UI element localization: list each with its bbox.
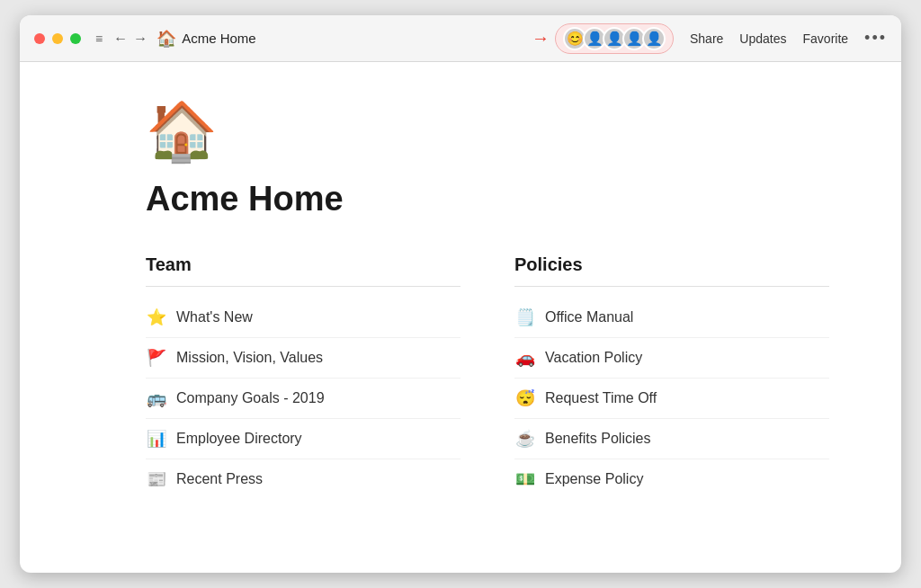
team-link-directory[interactable]: 📊 Employee Directory (146, 419, 460, 459)
benefits-icon: ☕ (514, 429, 536, 449)
office-manual-icon: 🗒️ (514, 307, 536, 327)
policy-link-benefits[interactable]: ☕ Benefits Policies (514, 419, 829, 459)
nav-arrows: ← → (113, 31, 148, 47)
press-label: Recent Press (176, 471, 263, 487)
team-section: Team ⭐ What's New 🚩 Mission, Vision, Val… (146, 254, 460, 499)
policy-link-expense[interactable]: 💵 Expense Policy (514, 459, 829, 499)
favorite-button[interactable]: Favorite (803, 31, 849, 46)
forward-arrow-icon[interactable]: → (133, 31, 148, 47)
benefits-label: Benefits Policies (545, 431, 650, 447)
goals-label: Company Goals - 2019 (176, 390, 325, 406)
app-window: ≡ ← → 🏠 Acme Home → 😊 👤 👤 👤 👤 Share Upda… (20, 15, 901, 573)
policies-section-title: Policies (514, 254, 829, 287)
titlebar-right: → 😊 👤 👤 👤 👤 Share Updates Favorite ••• (532, 23, 887, 54)
team-link-list: ⭐ What's New 🚩 Mission, Vision, Values 🚌… (146, 298, 460, 499)
directory-label: Employee Directory (176, 431, 302, 447)
vacation-label: Vacation Policy (545, 350, 642, 366)
titlebar-page-title: Acme Home (182, 31, 256, 46)
page-small-icon: 🏠 (156, 29, 176, 49)
timeoff-label: Request Time Off (545, 390, 657, 406)
policy-link-timeoff[interactable]: 😴 Request Time Off (514, 379, 829, 419)
team-link-goals[interactable]: 🚌 Company Goals - 2019 (146, 379, 460, 419)
team-section-title: Team (146, 254, 460, 287)
policies-link-list: 🗒️ Office Manual 🚗 Vacation Policy 😴 Req… (514, 298, 829, 499)
page-large-icon: 🏠 (146, 98, 829, 165)
team-link-mission[interactable]: 🚩 Mission, Vision, Values (146, 338, 460, 379)
whats-new-label: What's New (176, 309, 253, 325)
team-link-whats-new[interactable]: ⭐ What's New (146, 298, 460, 338)
page-title: Acme Home (146, 180, 829, 218)
policies-section: Policies 🗒️ Office Manual 🚗 Vacation Pol… (514, 254, 829, 499)
avatar-group-wrapper: → 😊 👤 👤 👤 👤 (532, 23, 674, 54)
hamburger-icon[interactable]: ≡ (95, 31, 103, 46)
updates-button[interactable]: Updates (739, 31, 786, 46)
mission-label: Mission, Vision, Values (176, 350, 323, 366)
more-options-button[interactable]: ••• (864, 29, 887, 48)
goals-icon: 🚌 (146, 388, 167, 408)
sections-row: Team ⭐ What's New 🚩 Mission, Vision, Val… (146, 254, 829, 499)
team-link-press[interactable]: 📰 Recent Press (146, 459, 460, 499)
back-arrow-icon[interactable]: ← (113, 31, 128, 47)
whats-new-icon: ⭐ (146, 307, 167, 327)
office-manual-label: Office Manual (545, 309, 633, 325)
close-button[interactable] (34, 33, 45, 44)
vacation-icon: 🚗 (514, 348, 536, 368)
expense-label: Expense Policy (545, 471, 643, 487)
maximize-button[interactable] (70, 33, 81, 44)
avatar-5: 👤 (642, 27, 666, 50)
mission-icon: 🚩 (146, 348, 167, 368)
minimize-button[interactable] (52, 33, 63, 44)
titlebar: ≡ ← → 🏠 Acme Home → 😊 👤 👤 👤 👤 Share Upda… (20, 15, 901, 62)
directory-icon: 📊 (146, 429, 167, 449)
timeoff-icon: 😴 (514, 388, 536, 408)
expense-icon: 💵 (514, 469, 536, 489)
traffic-lights (34, 33, 81, 44)
press-icon: 📰 (146, 469, 167, 489)
policy-link-office[interactable]: 🗒️ Office Manual (514, 298, 829, 338)
page-content: 🏠 Acme Home Team ⭐ What's New 🚩 Mission,… (20, 62, 901, 573)
share-button[interactable]: Share (690, 31, 723, 46)
avatar-group[interactable]: 😊 👤 👤 👤 👤 (555, 23, 674, 54)
avatar-arrow-icon: → (532, 28, 550, 49)
policy-link-vacation[interactable]: 🚗 Vacation Policy (514, 338, 829, 379)
